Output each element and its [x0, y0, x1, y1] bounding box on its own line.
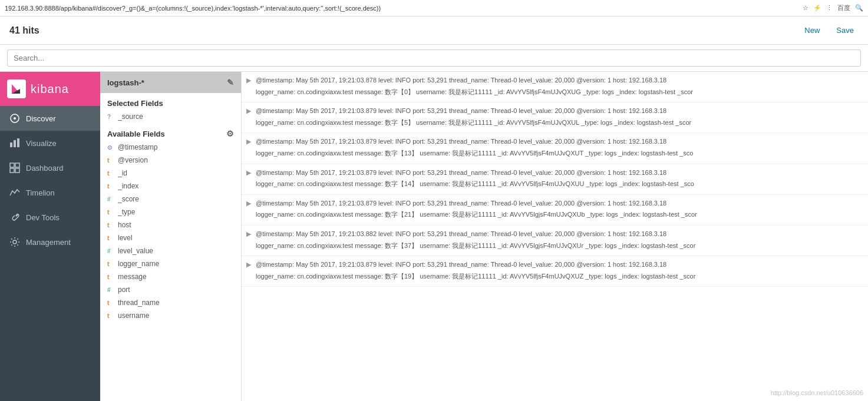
- result-row[interactable]: ▶ @timestamp: May 5th 2017, 19:21:03.882…: [242, 226, 868, 256]
- result-row[interactable]: ▶ @timestamp: May 5th 2017, 19:21:03.879…: [242, 102, 868, 133]
- result-line-2: logger_name: cn.codingxiaxw.test message…: [256, 179, 861, 190]
- svg-rect-7: [10, 168, 14, 173]
- result-line-1: @timestamp: May 5th 2017, 19:21:03.882 l…: [256, 229, 861, 240]
- result-row[interactable]: ▶ @timestamp: May 5th 2017, 19:21:03.879…: [242, 256, 868, 287]
- svg-rect-5: [10, 163, 14, 167]
- index-pattern-gear-icon[interactable]: ✎: [227, 78, 234, 87]
- browser-top-bar: 192.168.3.90:8888/app/kibana#/discover?_…: [0, 0, 868, 16]
- available-field-username[interactable]: t username: [100, 309, 241, 322]
- result-toggle-icon[interactable]: ▶: [246, 138, 251, 145]
- result-content: @timestamp: May 5th 2017, 19:21:03.878 l…: [256, 75, 861, 97]
- compass-icon: [9, 113, 20, 124]
- available-field-_index[interactable]: t _index: [100, 180, 241, 193]
- bar-chart-icon: [9, 138, 20, 148]
- result-row[interactable]: ▶ @timestamp: May 5th 2017, 19:21:03.878…: [242, 72, 868, 102]
- result-content: @timestamp: May 5th 2017, 19:21:03.879 l…: [256, 168, 861, 190]
- svg-rect-4: [17, 138, 19, 147]
- hits-count: 41 hits: [9, 25, 39, 36]
- result-line-1: @timestamp: May 5th 2017, 19:21:03.879 l…: [256, 198, 861, 209]
- timelion-icon: [9, 187, 20, 198]
- available-field-_type[interactable]: t _type: [100, 206, 241, 218]
- field-type-icon: ?: [107, 114, 114, 120]
- fields-content: Selected Fields ? _source Available Fiel…: [100, 93, 241, 401]
- field-type-indicator: t: [107, 157, 114, 164]
- wrench-icon: [9, 212, 20, 223]
- result-toggle-icon[interactable]: ▶: [246, 200, 251, 207]
- selected-field-source[interactable]: ? _source: [100, 110, 241, 123]
- result-line-2: logger_name: cn.codingxiaxw.test message…: [256, 148, 861, 159]
- sidebar-item-devtools-label: Dev Tools: [26, 213, 60, 222]
- sidebar-item-management[interactable]: Management: [0, 230, 100, 254]
- result-line-1: @timestamp: May 5th 2017, 19:21:03.879 l…: [256, 260, 861, 270]
- browser-icon-star: ⚡: [813, 4, 821, 12]
- result-line-1: @timestamp: May 5th 2017, 19:21:03.878 l…: [256, 75, 861, 86]
- result-line-1: @timestamp: May 5th 2017, 19:21:03.879 l…: [256, 106, 861, 117]
- sidebar-item-discover[interactable]: Discover: [0, 106, 100, 131]
- selected-fields-title: Selected Fields: [107, 99, 163, 108]
- save-button[interactable]: Save: [831, 24, 859, 37]
- result-toggle-icon[interactable]: ▶: [246, 107, 251, 115]
- result-content: @timestamp: May 5th 2017, 19:21:03.879 l…: [256, 137, 861, 158]
- field-name-label: port: [118, 286, 130, 294]
- svg-rect-3: [14, 140, 16, 147]
- index-pattern-label: logstash-*: [107, 78, 144, 87]
- field-name-label: @timestamp: [118, 143, 158, 151]
- index-pattern[interactable]: logstash-* ✎: [100, 72, 241, 93]
- field-type-indicator: #: [107, 287, 114, 293]
- gear-icon: [9, 237, 20, 247]
- field-name-label: _index: [118, 182, 138, 190]
- results-list: ▶ @timestamp: May 5th 2017, 19:21:03.878…: [242, 72, 868, 287]
- sidebar-item-dashboard[interactable]: Dashboard: [0, 155, 100, 180]
- field-name-label: thread_name: [118, 299, 160, 307]
- result-toggle-icon[interactable]: ▶: [246, 261, 251, 269]
- result-row[interactable]: ▶ @timestamp: May 5th 2017, 19:21:03.879…: [242, 133, 868, 164]
- search-bar: [0, 45, 868, 72]
- available-fields-title: Available Fields: [107, 130, 165, 138]
- field-type-indicator: t: [107, 274, 114, 280]
- kibana-logo-icon: [7, 79, 26, 98]
- available-field-thread_name[interactable]: t thread_name: [100, 296, 241, 309]
- result-content: @timestamp: May 5th 2017, 19:21:03.879 l…: [256, 260, 861, 281]
- new-button[interactable]: New: [800, 24, 824, 37]
- sidebar-item-management-label: Management: [26, 238, 71, 247]
- available-field-level[interactable]: t level: [100, 231, 241, 244]
- field-type-indicator: t: [107, 300, 114, 306]
- available-field-@version[interactable]: t @version: [100, 154, 241, 167]
- available-field-message[interactable]: t message: [100, 270, 241, 283]
- result-toggle-icon[interactable]: ▶: [246, 169, 251, 177]
- available-field-_score[interactable]: # _score: [100, 193, 241, 206]
- svg-rect-6: [15, 163, 19, 167]
- available-fields-gear-icon[interactable]: ⚙: [226, 129, 234, 138]
- sidebar-item-visualize[interactable]: Visualize: [0, 131, 100, 155]
- sidebar-item-timelion[interactable]: Timelion: [0, 180, 100, 205]
- available-field-_id[interactable]: t _id: [100, 167, 241, 180]
- field-name-label: level_value: [118, 247, 153, 255]
- browser-icon-menu: ⋮: [826, 4, 833, 12]
- available-field-level_value[interactable]: # level_value: [100, 244, 241, 257]
- available-field-host[interactable]: t host: [100, 218, 241, 231]
- app-name: kibana: [31, 82, 69, 96]
- sidebar-item-devtools[interactable]: Dev Tools: [0, 205, 100, 230]
- field-type-indicator: t: [107, 222, 114, 228]
- kibana-svg: [9, 82, 24, 96]
- result-row[interactable]: ▶ @timestamp: May 5th 2017, 19:21:03.879…: [242, 195, 868, 226]
- result-line-2: logger_name: cn.codingxiaxw.test message…: [256, 271, 861, 282]
- sidebar-item-dashboard-label: Dashboard: [26, 164, 64, 173]
- result-toggle-icon[interactable]: ▶: [246, 230, 251, 238]
- browser-actions: ☆ ⚡ ⋮ 百度 🔍: [803, 4, 863, 12]
- search-input[interactable]: [7, 49, 861, 67]
- result-line-1: @timestamp: May 5th 2017, 19:21:03.879 l…: [256, 168, 861, 178]
- field-type-indicator: #: [107, 248, 114, 254]
- kibana-logo: kibana: [0, 72, 100, 106]
- available-field-port[interactable]: # port: [100, 283, 241, 296]
- available-field-logger_name[interactable]: t logger_name: [100, 257, 241, 270]
- result-row[interactable]: ▶ @timestamp: May 5th 2017, 19:21:03.879…: [242, 164, 868, 195]
- field-name-label: message: [118, 273, 147, 281]
- result-content: @timestamp: May 5th 2017, 19:21:03.882 l…: [256, 229, 861, 251]
- available-field-@timestamp[interactable]: ⊙ @timestamp: [100, 141, 241, 154]
- results-panel: ▶ @timestamp: May 5th 2017, 19:21:03.878…: [242, 72, 868, 401]
- browser-icon-search: 🔍: [855, 4, 863, 12]
- result-toggle-icon[interactable]: ▶: [246, 77, 251, 84]
- svg-rect-8: [15, 168, 19, 173]
- fields-panel: logstash-* ✎ Selected Fields ? _source A…: [100, 72, 242, 401]
